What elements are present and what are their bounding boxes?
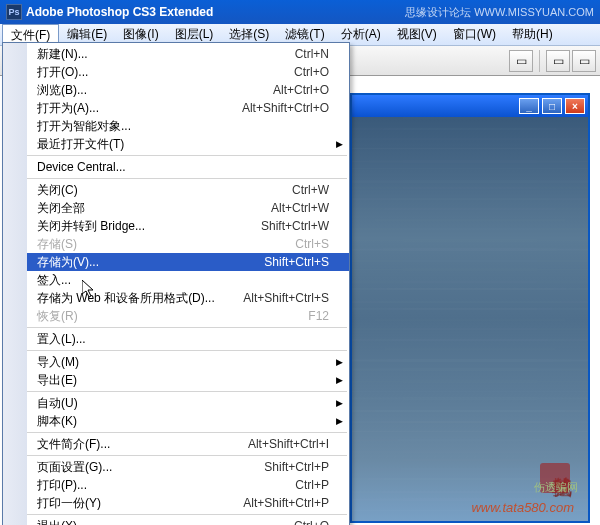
menu-item-label: 导入(M) xyxy=(37,354,329,371)
menu-separator xyxy=(27,514,347,515)
menu-separator xyxy=(27,391,347,392)
menu-item-shortcut: F12 xyxy=(308,309,329,323)
file-menu-item-23[interactable]: 自动(U)▶ xyxy=(27,394,349,412)
file-menu-item-15[interactable]: 存储为 Web 和设备所用格式(D)...Alt+Shift+Ctrl+S xyxy=(27,289,349,307)
title-bar: Ps Adobe Photoshop CS3 Extended 思缘设计论坛 W… xyxy=(0,0,600,24)
separator xyxy=(539,50,540,72)
file-menu-item-9[interactable]: 关闭(C)Ctrl+W xyxy=(27,181,349,199)
file-menu-item-16: 恢复(R)F12 xyxy=(27,307,349,325)
menu-item-label: 浏览(B)... xyxy=(37,82,273,99)
file-menu-item-13[interactable]: 存储为(V)...Shift+Ctrl+S xyxy=(27,253,349,271)
menu-item-shortcut: Ctrl+P xyxy=(295,478,329,492)
menu-item-label: 签入... xyxy=(37,272,329,289)
menu-separator xyxy=(27,350,347,351)
menu-item-label: 关闭并转到 Bridge... xyxy=(37,218,261,235)
menu-item-label: 导出(E) xyxy=(37,372,329,389)
file-menu-item-32[interactable]: 退出(X)Ctrl+Q xyxy=(27,517,349,525)
menu-item-label: 最近打开文件(T) xyxy=(37,136,329,153)
file-menu-item-4[interactable]: 打开为智能对象... xyxy=(27,117,349,135)
chevron-right-icon: ▶ xyxy=(336,357,343,367)
menu-item-label: 页面设置(G)... xyxy=(37,459,264,476)
menu-7[interactable]: 视图(V) xyxy=(389,24,445,45)
menu-item-shortcut: Ctrl+O xyxy=(294,65,329,79)
document-titlebar[interactable]: _ □ × xyxy=(352,95,588,117)
menu-separator xyxy=(27,155,347,156)
menu-item-shortcut: Ctrl+W xyxy=(292,183,329,197)
file-menu-item-24[interactable]: 脚本(K)▶ xyxy=(27,412,349,430)
menu-item-shortcut: Ctrl+Q xyxy=(294,519,329,525)
menu-item-label: 打印一份(Y) xyxy=(37,495,243,512)
tool-btn[interactable]: ▭ xyxy=(572,50,596,72)
menu-item-label: 打开为智能对象... xyxy=(37,118,329,135)
file-menu-item-29[interactable]: 打印(P)...Ctrl+P xyxy=(27,476,349,494)
tool-btn[interactable]: ▭ xyxy=(546,50,570,72)
menu-separator xyxy=(27,327,347,328)
document-window: _ □ × 他城我梦 www.tata580.com xyxy=(350,93,590,523)
menu-gutter xyxy=(3,43,27,525)
chevron-right-icon: ▶ xyxy=(336,416,343,426)
menu-item-label: 存储为 Web 和设备所用格式(D)... xyxy=(37,290,243,307)
file-menu-item-2[interactable]: 浏览(B)...Alt+Ctrl+O xyxy=(27,81,349,99)
menu-item-shortcut: Alt+Shift+Ctrl+I xyxy=(248,437,329,451)
menu-item-shortcut: Alt+Shift+Ctrl+O xyxy=(242,101,329,115)
file-menu-item-1[interactable]: 打开(O)...Ctrl+O xyxy=(27,63,349,81)
menu-item-label: 自动(U) xyxy=(37,395,329,412)
menu-item-label: 存储(S) xyxy=(37,236,295,253)
file-menu-item-20[interactable]: 导入(M)▶ xyxy=(27,353,349,371)
menu-8[interactable]: 窗口(W) xyxy=(445,24,504,45)
file-menu-item-3[interactable]: 打开为(A)...Alt+Shift+Ctrl+O xyxy=(27,99,349,117)
menu-item-label: 退出(X) xyxy=(37,518,294,526)
app-icon: Ps xyxy=(6,4,22,20)
titlebar-watermark: 思缘设计论坛 WWW.MISSYUAN.COM xyxy=(405,5,594,20)
menu-item-label: Device Central... xyxy=(37,160,329,174)
menu-item-shortcut: Shift+Ctrl+W xyxy=(261,219,329,233)
menu-item-label: 恢复(R) xyxy=(37,308,308,325)
menu-item-label: 打印(P)... xyxy=(37,477,295,494)
menu-item-shortcut: Alt+Shift+Ctrl+P xyxy=(243,496,329,510)
menu-item-label: 打开(O)... xyxy=(37,64,294,81)
menu-item-shortcut: Shift+Ctrl+S xyxy=(264,255,329,269)
file-menu-item-5[interactable]: 最近打开文件(T)▶ xyxy=(27,135,349,153)
minimize-button[interactable]: _ xyxy=(519,98,539,114)
menu-item-shortcut: Alt+Shift+Ctrl+S xyxy=(243,291,329,305)
watermark-url: www.tata580.com xyxy=(471,500,574,515)
menu-item-shortcut: Ctrl+S xyxy=(295,237,329,251)
file-menu-item-7[interactable]: Device Central... xyxy=(27,158,349,176)
menu-separator xyxy=(27,178,347,179)
menu-item-shortcut: Alt+Ctrl+O xyxy=(273,83,329,97)
file-menu-item-28[interactable]: 页面设置(G)...Shift+Ctrl+P xyxy=(27,458,349,476)
menu-item-label: 关闭(C) xyxy=(37,182,292,199)
file-menu-item-21[interactable]: 导出(E)▶ xyxy=(27,371,349,389)
close-button[interactable]: × xyxy=(565,98,585,114)
file-menu-item-18[interactable]: 置入(L)... xyxy=(27,330,349,348)
menu-item-label: 置入(L)... xyxy=(37,331,329,348)
file-menu-item-12: 存储(S)Ctrl+S xyxy=(27,235,349,253)
file-menu-item-10[interactable]: 关闭全部Alt+Ctrl+W xyxy=(27,199,349,217)
file-menu-dropdown: 新建(N)...Ctrl+N打开(O)...Ctrl+O浏览(B)...Alt+… xyxy=(2,42,350,525)
file-menu-item-0[interactable]: 新建(N)...Ctrl+N xyxy=(27,45,349,63)
tool-btn[interactable]: ▭ xyxy=(509,50,533,72)
chevron-right-icon: ▶ xyxy=(336,375,343,385)
menu-item-shortcut: Alt+Ctrl+W xyxy=(271,201,329,215)
file-menu-item-30[interactable]: 打印一份(Y)Alt+Shift+Ctrl+P xyxy=(27,494,349,512)
file-menu-item-26[interactable]: 文件简介(F)...Alt+Shift+Ctrl+I xyxy=(27,435,349,453)
menu-item-label: 关闭全部 xyxy=(37,200,271,217)
menu-item-shortcut: Ctrl+N xyxy=(295,47,329,61)
file-menu-item-11[interactable]: 关闭并转到 Bridge...Shift+Ctrl+W xyxy=(27,217,349,235)
file-menu-item-14[interactable]: 签入... xyxy=(27,271,349,289)
app-title: Adobe Photoshop CS3 Extended xyxy=(26,5,405,19)
menu-item-label: 打开为(A)... xyxy=(37,100,242,117)
menu-item-shortcut: Shift+Ctrl+P xyxy=(264,460,329,474)
maximize-button[interactable]: □ xyxy=(542,98,562,114)
chevron-right-icon: ▶ xyxy=(336,139,343,149)
menu-separator xyxy=(27,432,347,433)
menu-9[interactable]: 帮助(H) xyxy=(504,24,561,45)
menu-item-label: 存储为(V)... xyxy=(37,254,264,271)
menu-item-label: 新建(N)... xyxy=(37,46,295,63)
menu-item-label: 文件简介(F)... xyxy=(37,436,248,453)
menu-separator xyxy=(27,455,347,456)
document-canvas[interactable]: 他城我梦 www.tata580.com xyxy=(352,117,588,521)
menu-item-label: 脚本(K) xyxy=(37,413,329,430)
overlay-text: 伤透骗网 xyxy=(534,480,578,495)
chevron-right-icon: ▶ xyxy=(336,398,343,408)
